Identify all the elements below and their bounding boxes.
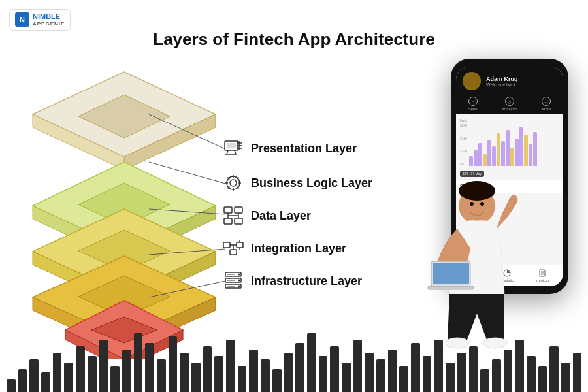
svg-point-80 [459, 181, 495, 201]
label-presentation: Presentation Layer [222, 137, 357, 159]
layers-diagram [26, 65, 222, 359]
label-infrastructure: Infrastructure Layer [222, 270, 362, 292]
logo-appgenie: APPGENIE [33, 21, 65, 27]
phone-bar [469, 156, 473, 166]
bottom-bar [411, 343, 420, 392]
bottom-bar [272, 369, 282, 392]
bottom-bar [573, 353, 582, 392]
svg-rect-45 [235, 207, 242, 213]
label-business: Business Logic Layer [222, 172, 372, 194]
nav-more[interactable]: ⋯ More [542, 97, 551, 111]
bottom-bar [261, 359, 270, 392]
bottom-bar [376, 359, 385, 392]
bottom-bar [29, 359, 39, 392]
bottom-bar [99, 340, 108, 392]
svg-rect-44 [224, 207, 232, 213]
svg-line-26 [227, 150, 228, 154]
bar-columns [469, 123, 559, 166]
bottom-bar [365, 353, 374, 392]
bottom-bar [134, 333, 143, 392]
send-icon: → [468, 97, 478, 106]
svg-rect-46 [224, 218, 232, 224]
svg-point-87 [480, 202, 484, 206]
bottom-bar [203, 346, 212, 392]
svg-rect-29 [227, 143, 236, 148]
bottom-bar [191, 363, 201, 392]
logo-nimble: NIMBLE [33, 12, 65, 21]
bottom-bar [549, 346, 559, 392]
svg-rect-55 [230, 250, 237, 255]
bottom-bar [64, 363, 73, 392]
bottom-bar [180, 353, 189, 392]
bottom-bar [399, 366, 408, 392]
bottom-bar [41, 372, 50, 392]
bottom-bar [353, 340, 363, 392]
label-integration: Integration Layer [222, 237, 346, 259]
label-integration-text: Integration Layer [251, 242, 346, 255]
label-presentation-text: Presentation Layer [251, 142, 357, 155]
nav-analytics-label: Analytics [502, 107, 517, 111]
svg-rect-82 [433, 263, 469, 284]
page-container: { "logo": { "nimble": "NIMBLE", "appgeni… [0, 0, 588, 392]
bottom-bar [110, 366, 120, 392]
phone-bar [483, 154, 487, 166]
svg-point-35 [230, 180, 237, 186]
phone-nav: → Send ◎ Analytics ⋯ More [456, 94, 563, 114]
svg-point-70 [468, 74, 476, 82]
y-axis: $200 $150 $100 $0 [460, 123, 467, 166]
svg-rect-54 [237, 242, 243, 248]
label-business-text: Business Logic Layer [251, 176, 372, 190]
phone-bar [506, 130, 510, 166]
phone-header: Adam Krug Welcome back [456, 67, 563, 94]
logo: N NIMBLE APPGENIE [9, 9, 71, 31]
icon-presentation [222, 137, 244, 159]
svg-point-65 [238, 280, 240, 282]
page-title: Layers of Fintech App Architecture [0, 29, 588, 50]
analytics-icon: ◎ [505, 97, 514, 106]
svg-point-71 [465, 84, 478, 90]
avatar [463, 72, 481, 90]
bottom-bar [226, 340, 235, 392]
chart-label: limit [460, 118, 559, 122]
svg-line-60 [238, 242, 239, 243]
icon-infrastructure [222, 270, 244, 292]
phone-bar [478, 143, 482, 166]
chart-bars: $200 $150 $100 $0 [460, 123, 559, 166]
user-sub: Welcome back [486, 82, 518, 87]
phone-bar [529, 144, 532, 166]
bottom-bar [157, 359, 166, 392]
svg-point-86 [470, 202, 474, 206]
phone-bar [497, 133, 500, 166]
bottom-bar [18, 369, 27, 392]
nav-send[interactable]: → Send [468, 97, 478, 111]
phone-bar [519, 127, 523, 166]
bottom-bar [88, 356, 97, 392]
svg-point-66 [238, 286, 240, 287]
bottom-bar [295, 343, 304, 392]
bottom-bar [307, 333, 316, 392]
icon-data [222, 204, 244, 227]
logo-icon: N [15, 12, 29, 27]
svg-rect-47 [235, 218, 242, 224]
invoices-icon [538, 269, 546, 277]
bottom-bar [527, 356, 536, 392]
bottom-bar [76, 346, 85, 392]
bottom-bar [423, 356, 432, 392]
bottom-bar [214, 356, 223, 392]
user-info: Adam Krug Welcome back [486, 76, 518, 87]
bottom-bar [388, 350, 397, 392]
phone-notch [490, 59, 529, 68]
svg-line-27 [235, 150, 236, 154]
nav-invoices[interactable]: Invoices [535, 269, 549, 282]
nav-analytics[interactable]: ◎ Analytics [502, 97, 517, 111]
svg-point-64 [238, 274, 240, 276]
more-icon: ⋯ [542, 97, 551, 106]
user-name: Adam Krug [486, 76, 518, 82]
icon-integration [222, 237, 244, 259]
phone-bar [492, 146, 496, 166]
invoices-label: Invoices [535, 278, 549, 282]
svg-point-84 [446, 338, 469, 348]
person-figure [425, 176, 523, 359]
bottom-bar [53, 353, 62, 392]
bottom-bar [7, 379, 16, 392]
